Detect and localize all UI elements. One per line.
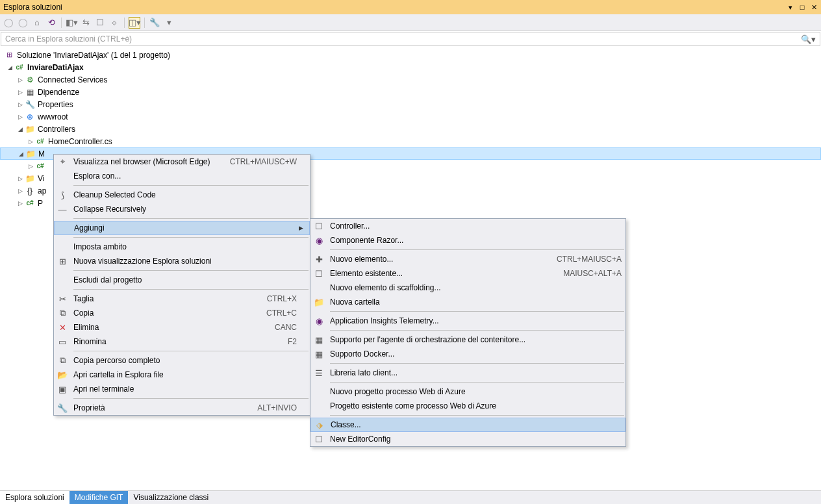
- menu-separator: [73, 218, 309, 219]
- menu-editorconfig[interactable]: ☐ New EditorConfig: [310, 432, 625, 446]
- expand-icon[interactable]: ▷: [26, 137, 35, 146]
- expand-icon[interactable]: ◢: [16, 125, 25, 134]
- connected-icon: ⚙: [25, 75, 35, 85]
- menu-separator: [330, 249, 624, 250]
- wrench-dropdown-icon[interactable]: ▾: [163, 17, 175, 29]
- menu-docker[interactable]: ▦ Supporto Docker...: [310, 347, 625, 361]
- menu-label: New EditorConfig: [327, 435, 622, 444]
- menu-copy[interactable]: ⧉ Copia CTRL+C: [54, 306, 310, 320]
- folder-open-icon: 📂: [54, 368, 71, 382]
- menu-delete[interactable]: ✕ Elimina CANC: [54, 320, 310, 334]
- menu-separator: [73, 185, 309, 186]
- globe-icon: ⊕: [25, 112, 35, 122]
- menu-class[interactable]: ⬗ Classe...: [310, 418, 625, 432]
- tree-item[interactable]: ▷ 🔧 Properties: [0, 98, 821, 110]
- menu-separator: [73, 289, 309, 290]
- copypath-icon: ⧉: [54, 353, 71, 368]
- statusbar-tab-solution[interactable]: Esplora soluzioni: [0, 491, 69, 504]
- refresh-icon[interactable]: ⟐: [108, 17, 120, 29]
- statusbar-tab-classes[interactable]: Visualizzazione classi: [128, 491, 214, 504]
- close-icon[interactable]: ✕: [810, 3, 818, 11]
- menu-rename[interactable]: ▭ Rinomina F2: [54, 334, 310, 349]
- menu-azure-exist[interactable]: Progetto esistente come processo Web di …: [310, 399, 625, 413]
- forward-icon[interactable]: ◯: [17, 17, 29, 29]
- menu-cut[interactable]: ✂ Taglia CTRL+X: [54, 292, 310, 306]
- menu-label: Nuova visualizzazione Esplora soluzioni: [71, 257, 297, 266]
- menu-copypath[interactable]: ⧉ Copia percorso completo: [54, 353, 310, 368]
- menu-razor[interactable]: ◉ Componente Razor...: [310, 233, 625, 247]
- home-icon[interactable]: ⌂: [31, 17, 43, 29]
- tree-item[interactable]: ◢ 📁 Controllers: [0, 123, 821, 135]
- docker-icon: ▦: [310, 347, 327, 361]
- menu-newfolder[interactable]: 📁 Nuova cartella: [310, 295, 625, 309]
- tree-label: ap: [38, 186, 46, 195]
- menu-orchestrator[interactable]: ▦ Supporto per l'agente di orchestrazion…: [310, 333, 625, 347]
- menu-separator: [73, 270, 309, 271]
- menu-cleanup[interactable]: ⟆ Cleanup Selected Code: [54, 188, 310, 202]
- collapse-icon[interactable]: ⇆: [80, 17, 92, 29]
- broom-icon: ⟆: [54, 188, 71, 202]
- back-icon[interactable]: ◯: [3, 17, 14, 29]
- dropdown-icon[interactable]: ▾: [787, 3, 794, 11]
- menu-separator: [330, 363, 624, 364]
- menu-insights[interactable]: ◉ Application Insights Telemetry...: [310, 314, 625, 328]
- tree-item[interactable]: ▷ c# HomeController.cs: [0, 135, 821, 147]
- sync-icon[interactable]: ⟲: [45, 17, 57, 29]
- menu-label: Nuovo elemento...: [327, 255, 537, 264]
- shortcut: CTRL+C: [247, 309, 297, 318]
- expand-icon[interactable]: ▷: [16, 186, 25, 195]
- menu-controller[interactable]: ☐ Controller...: [310, 219, 625, 233]
- expand-icon[interactable]: ▷: [16, 88, 25, 97]
- menu-properties[interactable]: 🔧 Proprietà ALT+INVIO: [54, 401, 310, 415]
- menu-azure-new[interactable]: Nuovo progetto processo Web di Azure: [310, 384, 625, 399]
- menu-label: Imposta ambito: [71, 242, 297, 251]
- tree-label: Soluzione 'InviareDatiAjax' (1 del 1 pro…: [17, 51, 170, 60]
- deps-icon: ▦: [25, 87, 35, 97]
- toolbar-separator: [144, 18, 145, 28]
- folder-icon: 📁: [25, 173, 35, 184]
- titlebar-text: Esplora soluzioni: [3, 3, 62, 12]
- view-icon[interactable]: ◧▾: [66, 17, 77, 29]
- expand-icon[interactable]: ▷: [16, 100, 25, 109]
- menu-openfolder[interactable]: 📂 Apri cartella in Esplora file: [54, 368, 310, 382]
- expand-icon[interactable]: ▷: [26, 162, 35, 171]
- expand-icon[interactable]: ◢: [5, 63, 14, 72]
- shortcut: F2: [268, 337, 297, 346]
- preview-icon[interactable]: ◫▾: [129, 17, 140, 29]
- menu-newview[interactable]: ⊞ Nuova visualizzazione Esplora soluzion…: [54, 254, 310, 268]
- menu-view-browser[interactable]: ⌖ Visualizza nel browser (Microsoft Edge…: [54, 155, 310, 169]
- wrench-icon[interactable]: 🔧: [149, 17, 160, 29]
- statusbar-tab-git[interactable]: Modifiche GIT: [69, 491, 129, 504]
- expand-icon[interactable]: ▷: [16, 75, 25, 84]
- menu-label: Nuova cartella: [327, 297, 622, 307]
- maximize-icon[interactable]: □: [798, 3, 806, 11]
- tree-item[interactable]: ▷ ⊕ wwwroot: [0, 110, 821, 123]
- menu-add[interactable]: Aggiungi ▶: [54, 221, 310, 235]
- wrench-icon: 🔧: [25, 99, 35, 110]
- expand-icon[interactable]: ▷: [16, 112, 25, 121]
- menu-exclude[interactable]: Escludi dal progetto: [54, 273, 310, 287]
- expand-icon[interactable]: ▷: [16, 199, 25, 208]
- menu-terminal[interactable]: ▣ Apri nel terminale: [54, 382, 310, 396]
- menu-label: Componente Razor...: [327, 236, 622, 245]
- shortcut: CANC: [255, 323, 297, 332]
- menu-newitem[interactable]: ✚ Nuovo elemento... CTRL+MAIUSC+A: [310, 252, 625, 266]
- menu-collapse[interactable]: — Collapse Recursively: [54, 202, 310, 216]
- showall-icon[interactable]: ☐: [94, 17, 106, 29]
- tree-item[interactable]: ▷ ▦ Dipendenze: [0, 86, 821, 98]
- search-input[interactable]: Cerca in Esplora soluzioni (CTRL+è) 🔍▾: [1, 32, 820, 46]
- solution-node[interactable]: ⊞ Soluzione 'InviareDatiAjax' (1 del 1 p…: [0, 49, 821, 61]
- expand-icon[interactable]: ▷: [16, 174, 25, 183]
- menu-label: Progetto esistente come processo Web di …: [327, 401, 622, 410]
- expand-icon[interactable]: ◢: [16, 149, 25, 158]
- menu-clientlib[interactable]: ☰ Libreria lato client...: [310, 366, 625, 380]
- tree-item[interactable]: ▷ ⚙ Connected Services: [0, 73, 821, 86]
- menu-existitem[interactable]: ☐ Elemento esistente... MAIUSC+ALT+A: [310, 266, 625, 281]
- menu-scaffold[interactable]: Nuovo elemento di scaffolding...: [310, 281, 625, 295]
- menu-explore-with[interactable]: Esplora con...: [54, 169, 310, 183]
- project-node[interactable]: ◢ c# InviareDatiAjax: [0, 61, 821, 73]
- tree-label: Properties: [38, 100, 73, 109]
- folder-icon: 📁: [25, 149, 36, 159]
- terminal-icon: ▣: [54, 382, 71, 396]
- menu-scope[interactable]: Imposta ambito: [54, 240, 310, 254]
